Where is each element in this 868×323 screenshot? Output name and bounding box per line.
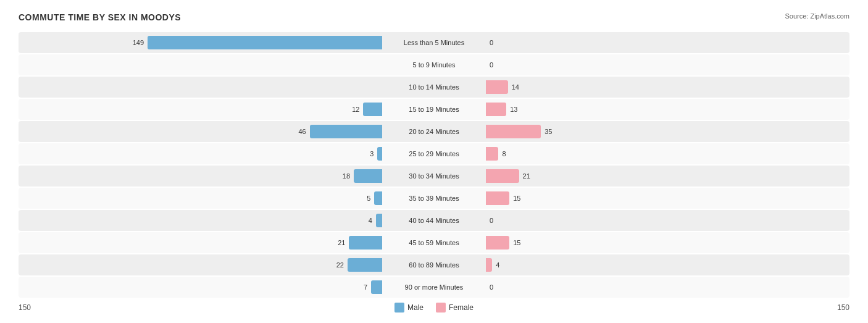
table-row: 325 to 29 Minutes8 [19,143,849,164]
table-row: 149Less than 5 Minutes0 [19,32,849,53]
row-label: 10 to 14 Minutes [385,83,483,91]
male-value: 7 [355,283,367,291]
female-bar [486,169,519,183]
male-bar [377,147,382,161]
male-bar-container: 7 [19,280,385,294]
male-bar [376,214,382,227]
female-value: 15 [513,239,525,246]
row-label: Less than 5 Minutes [385,39,483,46]
male-bar [354,169,382,183]
male-bar [363,103,382,116]
female-bar [486,125,541,138]
legend-box-male [394,303,404,313]
male-bar-container: 21 [19,236,385,250]
male-bar [310,125,382,138]
male-bar-container: 46 [19,125,385,138]
female-bar [486,258,492,272]
legend-female-label: Female [449,303,474,312]
male-bar-container [19,58,385,72]
legend: Male Female [394,303,474,313]
legend-box-female [436,303,446,313]
male-bar-container: 4 [19,214,385,227]
female-value: 15 [513,195,525,202]
female-bar [486,236,509,250]
female-bar-container: 0 [483,58,849,72]
male-bar-container: 5 [19,191,385,205]
female-bar-container: 8 [483,147,849,161]
female-value: 4 [496,261,508,269]
table-row: 5 to 9 Minutes0 [19,54,849,75]
row-label: 25 to 29 Minutes [385,150,483,157]
male-bar [148,36,382,49]
table-row: 440 to 44 Minutes0 [19,210,849,231]
male-bar-container: 12 [19,103,385,116]
table-row: 1830 to 34 Minutes21 [19,166,849,187]
legend-item-female: Female [436,303,474,313]
male-value: 21 [333,239,345,246]
female-bar-container: 14 [483,80,849,94]
male-value: 18 [338,172,350,180]
male-bar [371,280,382,294]
female-value: 0 [490,217,502,224]
female-bar [486,80,508,94]
male-value: 3 [361,150,373,157]
male-bar [349,236,382,250]
female-value: 0 [490,39,502,46]
female-bar-container: 35 [483,125,849,138]
male-value: 149 [131,39,144,46]
footer: 150 Male Female 150 [19,303,849,313]
female-bar-container: 4 [483,258,849,272]
row-label: 15 to 19 Minutes [385,106,483,113]
male-bar-container: 22 [19,258,385,272]
table-row: 10 to 14 Minutes14 [19,77,849,98]
female-value: 8 [502,150,514,157]
table-row: 790 or more Minutes0 [19,277,849,298]
male-value: 12 [347,106,359,113]
row-label: 30 to 34 Minutes [385,172,483,180]
female-value: 0 [490,61,502,69]
female-bar-container: 21 [483,169,849,183]
female-value: 21 [523,172,535,180]
row-label: 90 or more Minutes [385,283,483,291]
female-value: 14 [512,83,524,91]
row-label: 5 to 9 Minutes [385,61,483,69]
chart-container: 149Less than 5 Minutes05 to 9 Minutes010… [19,32,849,298]
table-row: 4620 to 24 Minutes35 [19,121,849,142]
female-bar-container: 0 [483,36,849,49]
source-label: Source: ZipAtlas.com [785,12,849,20]
female-bar [486,103,506,116]
male-value: 22 [332,261,344,269]
table-row: 1215 to 19 Minutes13 [19,99,849,120]
female-bar-container: 0 [483,214,849,227]
female-value: 13 [510,106,522,113]
legend-item-male: Male [394,303,424,313]
female-bar-container: 13 [483,103,849,116]
row-label: 35 to 39 Minutes [385,195,483,202]
row-label: 40 to 44 Minutes [385,217,483,224]
male-value: 5 [358,195,370,202]
female-value: 0 [490,283,502,291]
male-bar-container [19,80,385,94]
row-label: 20 to 24 Minutes [385,128,483,135]
female-bar-container: 15 [483,191,849,205]
male-bar-container: 149 [19,36,385,49]
female-value: 35 [545,128,557,135]
male-value: 4 [360,217,372,224]
axis-max: 150 [837,303,849,312]
chart-title: COMMUTE TIME BY SEX IN MOODYS [19,12,181,22]
table-row: 2260 to 89 Minutes4 [19,254,849,275]
male-bar-container: 3 [19,147,385,161]
male-bar [348,258,382,272]
female-bar-container: 0 [483,280,849,294]
male-bar-container: 18 [19,169,385,183]
table-row: 2145 to 59 Minutes15 [19,232,849,253]
male-value: 46 [294,128,306,135]
legend-male-label: Male [407,303,424,312]
female-bar-container: 15 [483,236,849,250]
female-bar [486,147,498,161]
axis-min: 150 [19,303,31,312]
female-bar [486,191,509,205]
table-row: 535 to 39 Minutes15 [19,188,849,209]
row-label: 60 to 89 Minutes [385,261,483,269]
top-header: COMMUTE TIME BY SEX IN MOODYS Source: Zi… [19,12,849,30]
